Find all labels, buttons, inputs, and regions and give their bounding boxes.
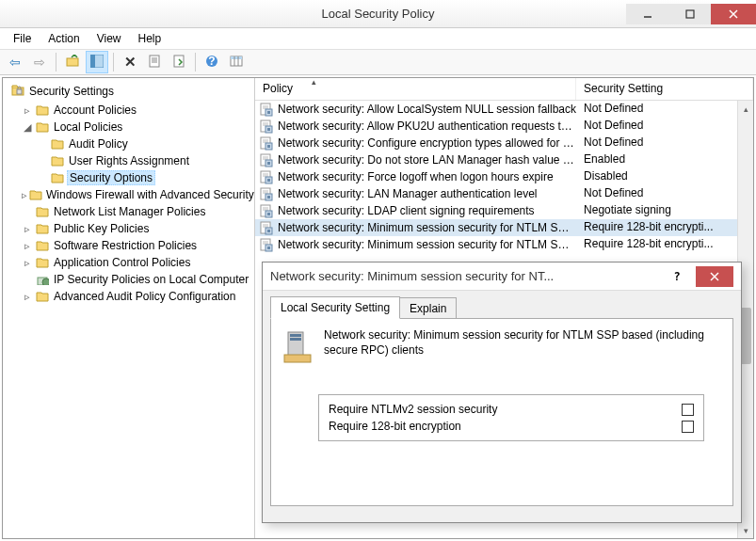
tree-item[interactable]: ▹Advanced Audit Policy Configuration: [5, 288, 252, 305]
menu-view[interactable]: View: [89, 30, 129, 47]
svg-rect-19: [17, 89, 22, 94]
policy-row[interactable]: Network security: Allow PKU2U authentica…: [255, 118, 753, 135]
folder-icon: [35, 272, 50, 287]
window-title: Local Security Policy: [322, 7, 435, 21]
help-icon: ?: [205, 55, 218, 71]
option-128bit-checkbox[interactable]: [682, 421, 694, 433]
policy-icon: [259, 203, 274, 218]
expand-toggle[interactable]: ▹: [22, 257, 33, 269]
options-box: Require NTLMv2 session security Require …: [318, 394, 704, 441]
help-button[interactable]: ?: [201, 51, 223, 73]
tree-item[interactable]: Audit Policy: [5, 135, 252, 152]
menu-action[interactable]: Action: [40, 30, 87, 47]
policy-icon: [259, 186, 274, 201]
tree-item[interactable]: Network List Manager Policies: [5, 203, 252, 220]
folder-up-icon: [66, 55, 79, 71]
dialog-title: Network security: Minimum session securi…: [270, 269, 658, 283]
policy-row[interactable]: Network security: LDAP client signing re…: [255, 202, 753, 219]
policy-name: Network security: Force logoff when logo…: [278, 170, 554, 183]
delete-button[interactable]: ✕: [119, 51, 141, 73]
back-button[interactable]: ⇦: [4, 51, 26, 73]
policy-icon: [259, 220, 274, 235]
policy-row[interactable]: Network security: Configure encryption t…: [255, 135, 753, 151]
svg-rect-46: [267, 179, 270, 182]
policy-name: Network security: Configure encryption t…: [278, 136, 576, 150]
policy-icon: [259, 135, 274, 151]
policy-setting: Require 128-bit encrypti...: [584, 237, 713, 250]
expand-toggle[interactable]: ◢: [22, 121, 33, 134]
maximize-button[interactable]: [668, 4, 711, 24]
tree-item[interactable]: IP Security Policies on Local Computer: [5, 271, 252, 288]
dialog-titlebar: Network security: Minimum session securi…: [263, 263, 741, 291]
option-ntlmv2: Require NTLMv2 session security: [329, 401, 694, 418]
menu-help[interactable]: Help: [131, 30, 169, 47]
properties-button[interactable]: [143, 51, 166, 73]
policy-icon: [259, 152, 274, 167]
policy-row[interactable]: Network security: Force logoff when logo…: [255, 168, 753, 185]
policy-row[interactable]: Network security: LAN Manager authentica…: [255, 185, 753, 202]
tree-item[interactable]: ◢Local Policies: [5, 119, 252, 135]
policy-setting: Negotiate signing: [584, 203, 671, 216]
forward-button[interactable]: ⇨: [28, 51, 51, 73]
toolbar-separator: [113, 53, 114, 72]
scroll-down-arrow[interactable]: ▾: [738, 522, 753, 538]
tree-item-label: Public Key Policies: [52, 222, 151, 235]
tree-item-label: IP Security Policies on Local Computer: [52, 273, 250, 286]
svg-rect-70: [290, 334, 301, 337]
scroll-up-arrow[interactable]: ▴: [738, 101, 753, 117]
close-button[interactable]: [711, 4, 756, 24]
show-tree-button[interactable]: [86, 51, 108, 73]
expand-toggle[interactable]: ▹: [22, 189, 27, 201]
policy-row[interactable]: Network security: Do not store LAN Manag…: [255, 151, 753, 168]
policy-row[interactable]: Network security: Minimum session securi…: [255, 236, 753, 253]
folder-icon: [50, 136, 65, 151]
col-policy-header[interactable]: Policy: [255, 78, 576, 100]
policy-setting: Require 128-bit encrypti...: [584, 220, 713, 233]
svg-rect-7: [150, 56, 159, 67]
policy-name: Network security: Minimum session securi…: [278, 238, 576, 251]
dialog-close-button[interactable]: [696, 266, 733, 287]
tree-item-label: Audit Policy: [67, 137, 130, 151]
expand-toggle[interactable]: ▹: [22, 291, 33, 303]
expand-toggle[interactable]: ▹: [22, 104, 33, 117]
policy-name: Network security: Do not store LAN Manag…: [278, 153, 576, 167]
folder-icon: [35, 289, 50, 304]
expand-toggle[interactable]: ▹: [22, 240, 33, 252]
tree-item[interactable]: Security Options: [5, 169, 252, 186]
server-icon: [281, 328, 314, 366]
minimize-button[interactable]: [626, 4, 668, 24]
svg-rect-72: [284, 355, 311, 362]
tree-item[interactable]: ▹Software Restriction Policies: [5, 237, 252, 254]
policy-setting: Disabled: [584, 169, 628, 183]
tree-item-label: Software Restriction Policies: [52, 239, 199, 252]
tree-item[interactable]: ▹Public Key Policies: [5, 220, 252, 237]
up-button[interactable]: [61, 51, 84, 73]
toolbar: ⇦ ⇨ ✕ ?: [0, 49, 756, 75]
col-setting-header[interactable]: Security Setting: [576, 78, 753, 100]
tree-item[interactable]: ▹Windows Firewall with Advanced Security: [5, 186, 252, 203]
tab-local-setting[interactable]: Local Security Setting: [270, 296, 400, 319]
svg-point-21: [42, 278, 49, 285]
policy-row[interactable]: Network security: Minimum session securi…: [255, 219, 753, 236]
menu-file[interactable]: File: [6, 30, 39, 47]
tree-item[interactable]: ▹Account Policies: [5, 102, 252, 119]
option-ntlmv2-checkbox[interactable]: [682, 404, 694, 416]
svg-rect-26: [267, 111, 270, 114]
dialog-help-button[interactable]: ?: [658, 266, 696, 287]
tree-item-label: Application Control Policies: [52, 256, 192, 269]
refresh-button[interactable]: [225, 51, 248, 73]
folder-icon: [35, 204, 50, 219]
expand-toggle[interactable]: ▹: [22, 223, 33, 235]
policy-row[interactable]: Network security: Allow LocalSystem NULL…: [255, 101, 753, 118]
tree-item[interactable]: ▹Application Control Policies: [5, 254, 252, 271]
tree-item-label: Local Policies: [52, 120, 124, 134]
export-button[interactable]: [168, 51, 190, 73]
tree-item[interactable]: User Rights Assignment: [5, 152, 252, 169]
tree-item-label: Network List Manager Policies: [52, 205, 207, 218]
svg-rect-4: [67, 58, 78, 66]
tree-root[interactable]: Security Settings: [5, 80, 252, 102]
policy-setting: Enabled: [584, 152, 625, 166]
tab-explain[interactable]: Explain: [399, 297, 457, 320]
toolbar-separator: [56, 53, 56, 72]
policy-name: Network security: Allow LocalSystem NULL…: [278, 103, 576, 116]
